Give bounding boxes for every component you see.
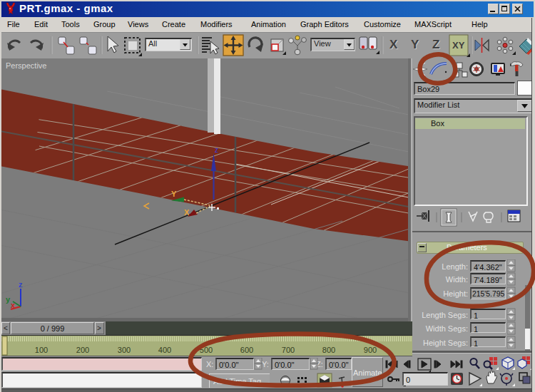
svg-text:X: X	[389, 38, 398, 51]
svg-text:500: 500	[200, 346, 213, 354]
svg-text:800: 800	[322, 346, 335, 354]
svg-text:100: 100	[35, 346, 48, 354]
svg-text:Perspective: Perspective	[6, 61, 46, 70]
svg-text:XY: XY	[452, 40, 465, 51]
svg-text:300: 300	[118, 346, 131, 354]
svg-text:200: 200	[76, 346, 89, 354]
svg-text:700: 700	[282, 346, 295, 354]
svg-text:600: 600	[240, 346, 253, 354]
svg-text:Y: Y	[171, 190, 177, 198]
svg-text:X: X	[184, 208, 190, 217]
svg-text:900: 900	[364, 346, 377, 354]
svg-text:400: 400	[158, 346, 171, 354]
svg-text:Y: Y	[411, 38, 419, 51]
svg-text:Z: Z	[432, 38, 439, 51]
svg-text:z: z	[215, 146, 218, 154]
